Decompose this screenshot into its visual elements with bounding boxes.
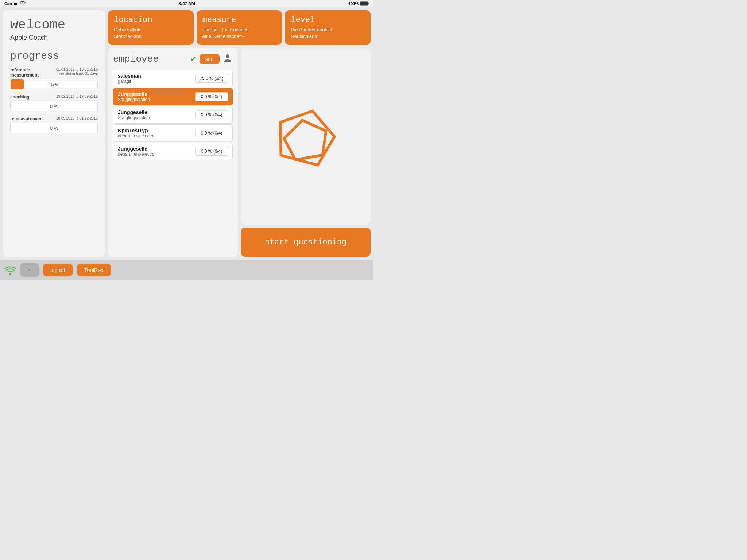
progress-bar-remeasurement: 0 % xyxy=(10,123,98,133)
toolbox-button[interactable]: ToolBox xyxy=(77,264,111,276)
progress-item-remeasurement: remeasurement 18.09.2016 to 31.12.2016 0… xyxy=(10,116,98,133)
measure-card[interactable]: measure Europa - Ein Kontinet,eine Gemei… xyxy=(197,10,282,45)
emp-dept-2: Säuglingsstation xyxy=(118,115,195,120)
progress-section: progress referencemeasurement 01.01.2012… xyxy=(10,50,98,249)
right-panel: start questioning xyxy=(241,48,371,257)
location-card[interactable]: location GeburtsklinkStorchenkind xyxy=(108,10,194,45)
emp-dept-3: department-electro xyxy=(118,133,195,139)
emp-score-1: 0.0 % (0/4) xyxy=(195,92,228,101)
location-content: GeburtsklinkStorchenkind xyxy=(114,27,188,40)
emp-dept-4: department-electro xyxy=(118,152,195,157)
level-card[interactable]: level Die BundesrepublikDeutschland xyxy=(285,10,371,45)
progress-dates-reference: 01.01.2012 to 18.02.2016 remaining time:… xyxy=(56,67,98,78)
employee-row-2[interactable]: Junggeselle Säuglingsstation 0.0 % (0/4) xyxy=(113,106,233,124)
employee-title: employee xyxy=(113,54,187,65)
welcome-card: welcome Apple Coach progress referenceme… xyxy=(3,10,105,257)
emp-name-1: Junggeselle xyxy=(118,91,195,97)
emp-score-0: 75.0 % (3/4) xyxy=(195,74,228,83)
svg-point-3 xyxy=(226,54,229,58)
start-questioning-button[interactable]: start questioning xyxy=(241,228,371,257)
sort-button[interactable]: sort xyxy=(200,54,220,64)
progress-bar-coaching: 0 % xyxy=(10,101,98,111)
progress-bar-text-remeasurement: 0 % xyxy=(11,125,97,131)
emp-name-0: salesman xyxy=(118,73,195,79)
emp-score-2: 0.0 % (0/4) xyxy=(195,110,228,119)
emp-dept-0: garage xyxy=(118,79,195,84)
progress-label-reference: referencemeasurement xyxy=(10,67,39,78)
main-area: welcome Apple Coach progress referenceme… xyxy=(0,7,374,260)
svg-rect-2 xyxy=(360,2,368,5)
employee-row-0[interactable]: salesman garage 75.0 % (3/4) xyxy=(113,70,233,87)
carrier-text: Carrier xyxy=(4,1,18,6)
status-bar: Carrier 8:47 AM 100% xyxy=(0,0,374,7)
emp-name-3: KpInTestTyp xyxy=(118,128,195,133)
progress-dates-coaching: 19.02.2016 to 17.09.2016 xyxy=(56,94,98,100)
welcome-name: Apple Coach xyxy=(10,34,98,42)
progress-item-reference: referencemeasurement 01.01.2012 to 18.02… xyxy=(10,67,98,89)
progress-item-coaching: coaching 19.02.2016 to 17.09.2016 0 % xyxy=(10,94,98,111)
emp-score-4: 0.0 % (0/4) xyxy=(195,147,228,156)
battery-text: 100% xyxy=(348,1,359,6)
progress-label-remeasurement: remeasurement xyxy=(10,116,43,121)
progress-label-coaching: coaching xyxy=(10,94,30,100)
emp-dept-1: Säuglingsstation xyxy=(118,97,195,102)
measure-content: Europa - Ein Kontinet,eine Gemeinschaft … xyxy=(202,27,276,40)
back-button[interactable]: ← xyxy=(20,263,39,277)
log-off-button[interactable]: log off xyxy=(43,264,73,276)
person-icon xyxy=(222,53,233,65)
status-left: Carrier xyxy=(4,1,26,6)
employee-row-4[interactable]: Junggeselle department-electro 0.0 % (0/… xyxy=(113,143,233,160)
location-title: location xyxy=(114,15,188,24)
bottom-bar: ← log off ToolBox xyxy=(0,260,374,280)
svg-point-6 xyxy=(9,273,11,275)
battery-icon xyxy=(360,1,369,6)
progress-bar-text-coaching: 0 % xyxy=(11,104,97,109)
svg-rect-1 xyxy=(368,3,369,4)
progress-bar-reference: 15 % xyxy=(10,79,98,89)
wifi-status-icon xyxy=(20,1,26,6)
logo-card xyxy=(241,48,371,225)
level-content: Die BundesrepublikDeutschland xyxy=(291,27,365,40)
employee-card: employee ✔ sort salesman garage 75.0 % (… xyxy=(108,48,238,257)
measure-title: measure xyxy=(202,15,276,24)
employee-row-3[interactable]: KpInTestTyp department-electro 0.0 % (0/… xyxy=(113,124,233,142)
checkmark-icon: ✔ xyxy=(190,54,197,64)
emp-score-3: 0.0 % (0/4) xyxy=(195,129,228,137)
status-time: 8:47 AM xyxy=(178,1,195,6)
wifi-icon xyxy=(4,265,16,275)
employee-header: employee ✔ sort xyxy=(113,53,233,65)
emp-name-4: Junggeselle xyxy=(118,146,195,152)
employee-list: salesman garage 75.0 % (3/4) Junggeselle… xyxy=(113,70,233,160)
emp-name-2: Junggeselle xyxy=(118,109,195,115)
status-right: 100% xyxy=(348,1,369,6)
progress-dates-remeasurement: 18.09.2016 to 31.12.2016 xyxy=(56,116,98,121)
logo-graphic xyxy=(269,104,342,169)
welcome-title: welcome xyxy=(10,18,98,32)
progress-bar-text-reference: 15 % xyxy=(11,82,97,87)
progress-title: progress xyxy=(10,50,98,62)
level-title: level xyxy=(291,15,365,24)
employee-row-1[interactable]: Junggeselle Säuglingsstation 0.0 % (0/4) xyxy=(113,88,233,105)
top-row: location GeburtsklinkStorchenkind measur… xyxy=(108,10,371,45)
